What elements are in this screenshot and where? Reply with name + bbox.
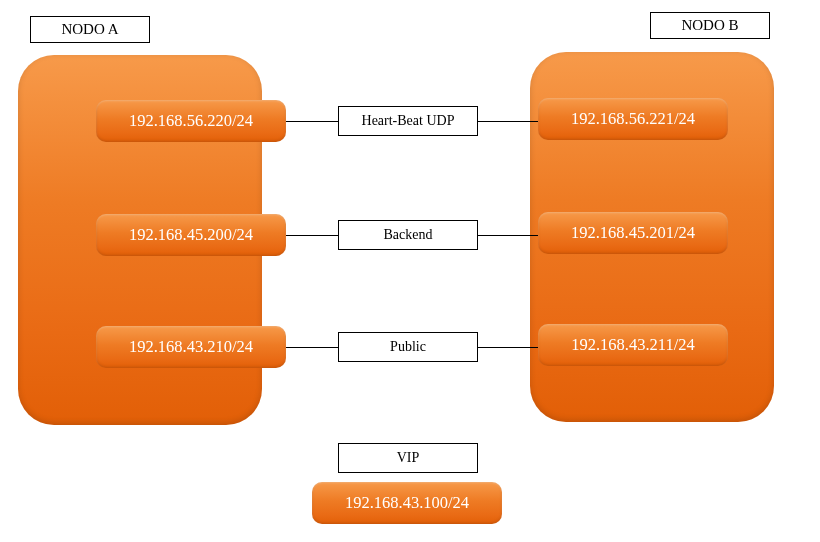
node-b-ip-2: 192.168.43.211/24 (538, 324, 728, 366)
link-label-0: Heart-Beat UDP (338, 106, 478, 136)
connector-1-right (478, 235, 538, 236)
node-b-ip-1: 192.168.45.201/24 (538, 212, 728, 254)
node-a-ip-0: 192.168.56.220/24 (96, 100, 286, 142)
connector-2-right (478, 347, 538, 348)
link-label-2: Public (338, 332, 478, 362)
link-label-1: Backend (338, 220, 478, 250)
connector-0-right (478, 121, 538, 122)
node-a-ip-1: 192.168.45.200/24 (96, 214, 286, 256)
connector-1-left (286, 235, 338, 236)
connector-0-left (286, 121, 338, 122)
node-a-ip-2: 192.168.43.210/24 (96, 326, 286, 368)
node-a-title: NODO A (30, 16, 150, 43)
diagram-canvas: NODO A NODO B 192.168.56.220/24 Heart-Be… (0, 0, 820, 542)
node-b-ip-0: 192.168.56.221/24 (538, 98, 728, 140)
vip-ip: 192.168.43.100/24 (312, 482, 502, 524)
node-b-title: NODO B (650, 12, 770, 39)
connector-2-left (286, 347, 338, 348)
vip-label: VIP (338, 443, 478, 473)
